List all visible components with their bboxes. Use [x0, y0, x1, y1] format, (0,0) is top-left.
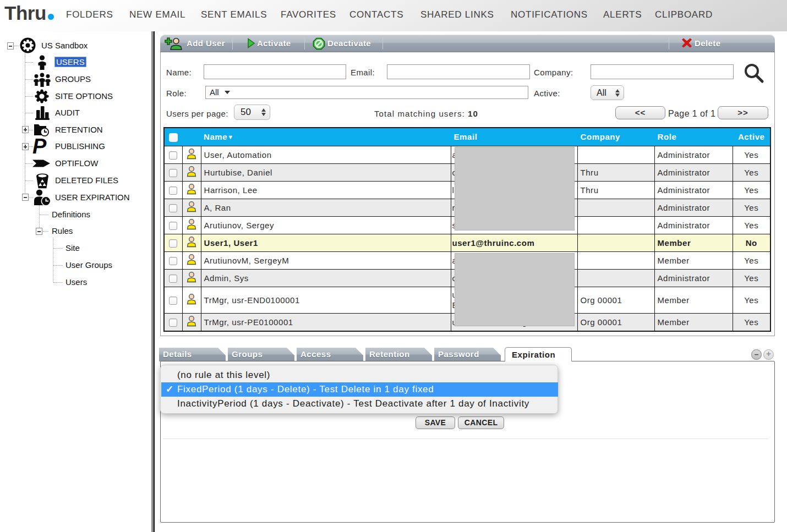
- svg-text:P: P: [32, 138, 47, 156]
